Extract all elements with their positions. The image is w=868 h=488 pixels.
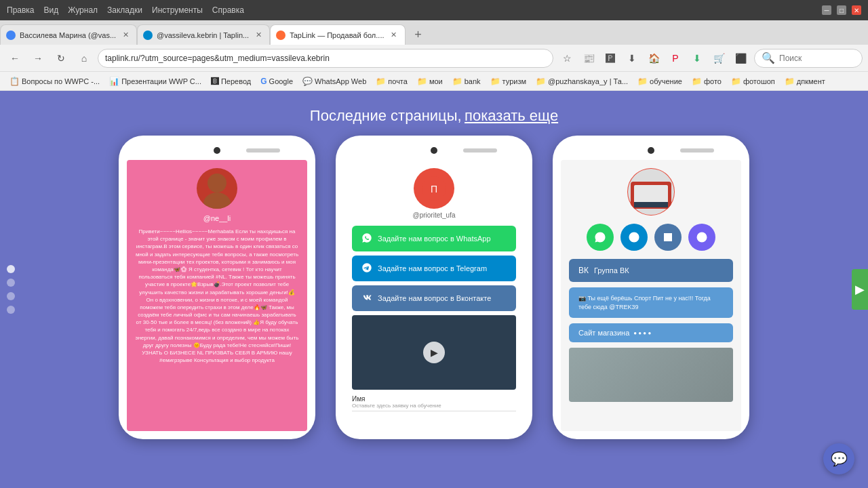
bookmark-puz-icon: 📁: [536, 77, 546, 86]
phone-mockup-1: @ne__li Привети~~~~~Hellios~~~~~Merhabat…: [119, 136, 315, 439]
page-title-static: Последние страницы,: [310, 107, 462, 124]
bookmarks-bar: 📋 Вопросы по WWPC -... 📊 Презентации WWP…: [0, 72, 868, 91]
phone2-input-label: Имя: [352, 395, 516, 403]
minimize-button[interactable]: ─: [822, 5, 831, 15]
new-tab-button[interactable]: +: [408, 24, 429, 45]
bookmark-turizm-label: туризм: [502, 77, 526, 85]
nav-dot-3[interactable]: [7, 292, 15, 300]
maximize-button[interactable]: □: [837, 5, 846, 15]
bookmark-translate-icon: 🅱: [211, 77, 219, 86]
bookmark-google[interactable]: G Google: [256, 75, 297, 87]
bookmark-photoshop[interactable]: 📁 фотошоп: [727, 75, 779, 87]
main-content: Последние страницы, показать еще: [0, 91, 868, 488]
menu-zakladki[interactable]: Закладки: [107, 5, 142, 15]
bookmark-foto-label: фото: [704, 77, 722, 85]
bookmark-translate[interactable]: 🅱 Перевод: [207, 75, 255, 87]
play-button[interactable]: ▶: [423, 342, 445, 363]
page-title-link[interactable]: показать еще: [465, 107, 558, 124]
phone-mockup-2: П @prioritet_ufa Задайте нам вопрос в Wh…: [336, 136, 532, 439]
bookmark-wwpc-label: Вопросы по WWPC -...: [22, 77, 100, 85]
phone3-whatsapp-icon[interactable]: [587, 224, 614, 251]
cart-icon[interactable]: 🛒: [709, 49, 728, 68]
menu-vid[interactable]: Вид: [44, 5, 59, 15]
bookmark-wwpc[interactable]: 📋 Вопросы по WWPC -...: [5, 75, 104, 87]
bookmark-pochta-icon: 📁: [376, 77, 386, 86]
home-button[interactable]: ⌂: [75, 49, 94, 68]
bookmark-obuch-icon: 📁: [637, 77, 648, 86]
menu-instrumenty[interactable]: Инструменты: [152, 5, 203, 15]
tab-2-close[interactable]: ✕: [253, 30, 264, 41]
phone3-camera: [648, 147, 654, 154]
download-icon[interactable]: ⬇: [623, 49, 642, 68]
phone3-telegram-icon[interactable]: [620, 224, 648, 251]
ext2-icon[interactable]: ⬛: [731, 49, 750, 68]
bookmark-translate-label: Перевод: [221, 77, 251, 85]
phone3-vk-group-btn[interactable]: ВК Группа ВК: [569, 259, 733, 282]
bookmark-ps-icon: 📁: [731, 77, 741, 86]
phone3-vk-icon[interactable]: [654, 224, 682, 251]
menu-pravka[interactable]: Правка: [7, 5, 35, 15]
tab-3-favicon: [276, 30, 285, 40]
pocket-icon[interactable]: 🅿: [601, 49, 620, 68]
phone2-telegram-btn[interactable]: Задайте нам вопрос в Telegram: [352, 256, 516, 281]
tab-1-close[interactable]: ✕: [120, 30, 131, 41]
nav-dot-2[interactable]: [7, 279, 15, 287]
phone2-top: [344, 144, 524, 157]
ext1-icon[interactable]: ⬇: [688, 49, 707, 68]
tab-1-favicon: [6, 30, 16, 40]
bookmark-pochta[interactable]: 📁 почта: [372, 75, 412, 87]
pinterest-icon[interactable]: P: [666, 49, 685, 68]
tab-3-title: TapLink — Продавай бол....: [290, 31, 384, 39]
bookmark-puzhanskaya[interactable]: 📁 @puzhanskaya_y | Та...: [532, 75, 632, 87]
bookmark-presentations[interactable]: 📊 Презентации WWP С...: [105, 75, 205, 87]
right-arrow-button[interactable]: ▶: [852, 269, 868, 310]
bookmark-bank[interactable]: 📁 bank: [448, 75, 485, 87]
tab-bar: Вассилева Марина (@vas... ✕ @vassileva.k…: [0, 20, 868, 45]
tab-3-close[interactable]: ✕: [389, 30, 399, 41]
bookmark-foto[interactable]: 📁 фото: [688, 75, 726, 87]
bookmark-moi[interactable]: 📁 мои: [413, 75, 447, 87]
bookmark-dpkment[interactable]: 📁 дпкмент: [781, 75, 829, 87]
phone3-shop-btn[interactable]: Сайт магазина ● ● ● ●: [569, 323, 733, 342]
url-bar[interactable]: taplink.ru/?utm_source=pages&utm_medium=…: [98, 49, 553, 68]
home2-icon[interactable]: 🏠: [644, 49, 663, 68]
instagram-icon: 📷: [578, 295, 588, 302]
phone2-screen: П @prioritet_ufa Задайте нам вопрос в Wh…: [344, 160, 524, 431]
star-icon[interactable]: ☆: [557, 49, 576, 68]
menu-jurnal[interactable]: Журнал: [68, 5, 98, 15]
forward-button[interactable]: →: [28, 49, 47, 68]
toolbar-icons: ☆ 📰 🅿 ⬇ 🏠 P ⬇ 🛒 ⬛: [557, 49, 750, 68]
phone2-vk-btn[interactable]: Задайте нам вопрос в Вконтакте: [352, 285, 516, 311]
tab-2[interactable]: @vassileva.kebrin | Taplin... ✕: [137, 24, 270, 45]
reader-icon[interactable]: 📰: [579, 49, 598, 68]
back-button[interactable]: ←: [5, 49, 24, 68]
phone2-whatsapp-btn[interactable]: Задайте нам вопрос в WhatsApp: [352, 226, 516, 251]
phone1-text: Привети~~~~~Hellios~~~~~Merhabata Если т…: [135, 228, 299, 364]
bookmark-whatsapp[interactable]: 💬 WhatsApp Web: [298, 75, 370, 87]
bookmark-obuchenie[interactable]: 📁 обучение: [633, 75, 686, 87]
phone3-viber-icon[interactable]: [688, 224, 715, 251]
bookmark-pochta-label: почта: [388, 77, 408, 85]
bookmark-google-label: Google: [269, 77, 293, 85]
bookmark-turizm[interactable]: 📁 туризм: [486, 75, 530, 87]
nav-dot-4[interactable]: [7, 306, 15, 314]
phone3-promo-btn[interactable]: 📷 Ты ещё берёшь Спорт Пит не у нас!!! То…: [569, 287, 733, 318]
phone3-avatar: [627, 168, 675, 216]
refresh-button[interactable]: ↻: [52, 49, 71, 68]
phone2-video[interactable]: ▶: [352, 315, 516, 390]
whatsapp-icon: [361, 232, 372, 245]
search-bar[interactable]: 🔍: [754, 49, 863, 68]
tab-1[interactable]: Вассилева Марина (@vas... ✕: [0, 24, 137, 45]
close-button[interactable]: ✕: [852, 5, 861, 15]
phone2-camera: [431, 147, 437, 154]
phone1-username: @ne__li: [135, 214, 299, 222]
chat-bubble-button[interactable]: 💬: [823, 443, 854, 474]
phone3-promo-text: Ты ещё берёшь Спорт Пит не у нас!!! Тогд…: [578, 295, 711, 310]
address-bar: ← → ↻ ⌂ taplink.ru/?utm_source=pages&utm…: [0, 45, 868, 72]
search-input[interactable]: [779, 54, 847, 63]
menu-spravka[interactable]: Справка: [212, 5, 244, 15]
nav-dot-1[interactable]: [7, 265, 15, 273]
tab-3[interactable]: TapLink — Продавай бол.... ✕: [270, 24, 405, 45]
bookmark-moi-label: мои: [429, 77, 443, 85]
bookmark-wwpc-icon: 📋: [9, 77, 20, 86]
